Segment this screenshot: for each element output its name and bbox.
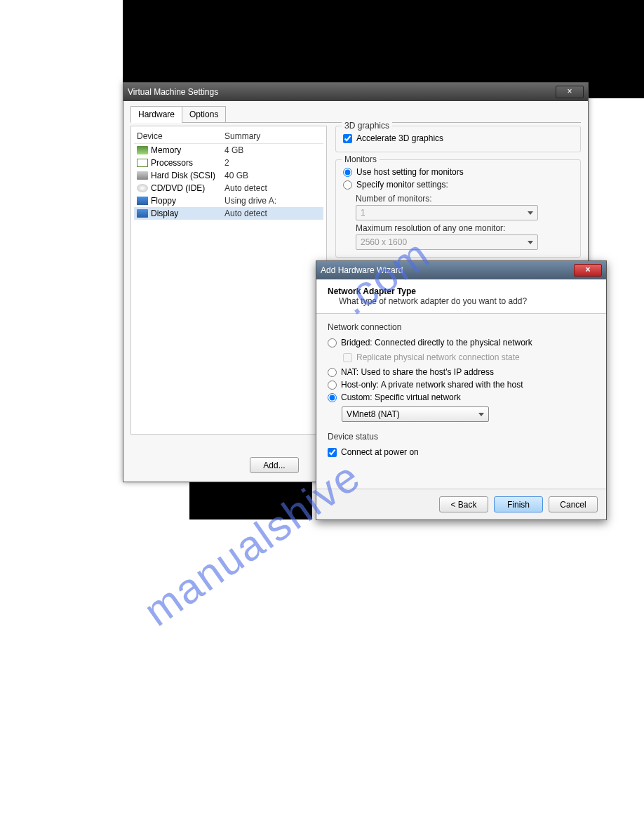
- background-patch: [189, 481, 312, 519]
- floppy-icon: [137, 197, 148, 205]
- close-icon: ×: [567, 86, 572, 96]
- cd-icon: [137, 184, 148, 192]
- close-icon: ×: [585, 265, 590, 274]
- tab-options[interactable]: Options: [182, 106, 226, 123]
- label-replicate: Replicate physical network connection st…: [356, 352, 520, 362]
- add-button[interactable]: Add...: [250, 457, 299, 473]
- device-row[interactable]: DisplayAuto detect: [134, 207, 323, 220]
- device-name: Display: [151, 208, 224, 218]
- device-summary: 4 GB: [224, 145, 243, 155]
- chevron-down-icon: [528, 211, 533, 215]
- device-name: CD/DVD (IDE): [151, 183, 224, 193]
- device-summary: Auto detect: [224, 183, 267, 193]
- label-custom: Custom: Specific virtual network: [341, 392, 461, 402]
- radio-nat[interactable]: [328, 368, 337, 377]
- wizard-heading: Network Adapter Type: [328, 286, 595, 296]
- close-button[interactable]: ×: [556, 86, 584, 98]
- add-hardware-wizard: Add Hardware Wizard × Network Adapter Ty…: [316, 260, 607, 520]
- radio-custom[interactable]: [328, 393, 337, 402]
- radio-use-host[interactable]: [343, 168, 352, 177]
- mem-icon: [137, 146, 148, 154]
- label-host-only: Host-only: A private network shared with…: [341, 380, 523, 390]
- wizard-close-button[interactable]: ×: [574, 264, 602, 277]
- wizard-header: Network Adapter Type What type of networ…: [316, 279, 606, 314]
- device-row[interactable]: CD/DVD (IDE)Auto detect: [134, 182, 323, 194]
- label-accelerate-3d: Accelerate 3D graphics: [356, 133, 443, 143]
- label-num-monitors: Number of monitors:: [356, 194, 573, 204]
- chevron-down-icon: [528, 241, 533, 244]
- device-summary: Using drive A:: [224, 196, 276, 206]
- label-max-res: Maximum resolution of any one monitor:: [356, 223, 573, 233]
- label-bridged: Bridged: Connected directly to the physi…: [341, 338, 532, 348]
- device-summary: Auto detect: [224, 208, 267, 218]
- device-summary: 2: [224, 158, 229, 168]
- chevron-down-icon: [478, 413, 484, 416]
- finish-button[interactable]: Finish: [494, 496, 543, 512]
- device-row[interactable]: Processors2: [134, 157, 323, 169]
- device-header: Device Summary: [134, 129, 323, 144]
- wizard-body: Network connection Bridged: Connected di…: [316, 314, 606, 472]
- device-row[interactable]: Memory4 GB: [134, 144, 323, 157]
- device-list: Device Summary Memory4 GBProcessors2Hard…: [130, 126, 327, 435]
- disp-icon: [137, 209, 148, 218]
- combo-value: VMnet8 (NAT): [347, 409, 400, 419]
- device-summary: 40 GB: [224, 171, 248, 180]
- device-name: Processors: [151, 158, 224, 168]
- checkbox-accelerate-3d[interactable]: [343, 134, 352, 143]
- label-specify: Specify monitor settings:: [356, 180, 448, 190]
- device-name: Memory: [151, 145, 224, 155]
- titlebar[interactable]: Virtual Machine Settings ×: [123, 83, 588, 101]
- checkbox-replicate: [343, 353, 352, 362]
- wizard-title: Add Hardware Wizard: [321, 265, 403, 275]
- radio-specify[interactable]: [343, 180, 352, 190]
- group-3d-graphics: 3D graphics Accelerate 3D graphics: [335, 126, 581, 152]
- header-device: Device: [137, 131, 224, 141]
- device-name: Floppy: [151, 196, 224, 206]
- window-title: Virtual Machine Settings: [128, 87, 218, 97]
- combo-num-monitors[interactable]: 1: [356, 205, 538, 220]
- group-title: 3D graphics: [342, 121, 392, 131]
- wizard-titlebar[interactable]: Add Hardware Wizard ×: [316, 261, 606, 279]
- radio-bridged[interactable]: [328, 338, 337, 348]
- label-connect-power-on: Connect at power on: [341, 447, 419, 457]
- proc-icon: [137, 159, 148, 167]
- group-title: Monitors: [342, 154, 380, 164]
- checkbox-connect-power-on[interactable]: [328, 448, 337, 457]
- label-nat: NAT: Used to share the host's IP address: [341, 367, 494, 377]
- combo-max-res[interactable]: 2560 x 1600: [356, 234, 538, 250]
- device-row[interactable]: Hard Disk (SCSI)40 GB: [134, 169, 323, 182]
- wizard-footer: < Back Finish Cancel: [316, 489, 606, 519]
- device-name: Hard Disk (SCSI): [151, 171, 224, 180]
- device-row[interactable]: FloppyUsing drive A:: [134, 194, 323, 207]
- header-summary: Summary: [224, 131, 260, 141]
- group-monitors: Monitors Use host setting for monitors S…: [335, 159, 581, 258]
- group-network-connection: Network connection: [328, 322, 595, 332]
- combo-virtual-network[interactable]: VMnet8 (NAT): [342, 406, 489, 422]
- back-button[interactable]: < Back: [439, 496, 488, 512]
- hd-icon: [137, 171, 148, 180]
- group-device-status: Device status: [328, 432, 595, 442]
- cancel-button[interactable]: Cancel: [549, 496, 598, 512]
- background-white: [0, 0, 123, 834]
- tab-hardware[interactable]: Hardware: [130, 106, 182, 123]
- combo-value: 2560 x 1600: [361, 237, 407, 247]
- combo-value: 1: [361, 208, 365, 218]
- radio-host-only[interactable]: [328, 380, 337, 390]
- label-use-host: Use host setting for monitors: [356, 167, 464, 177]
- wizard-subheading: What type of network adapter do you want…: [339, 296, 595, 306]
